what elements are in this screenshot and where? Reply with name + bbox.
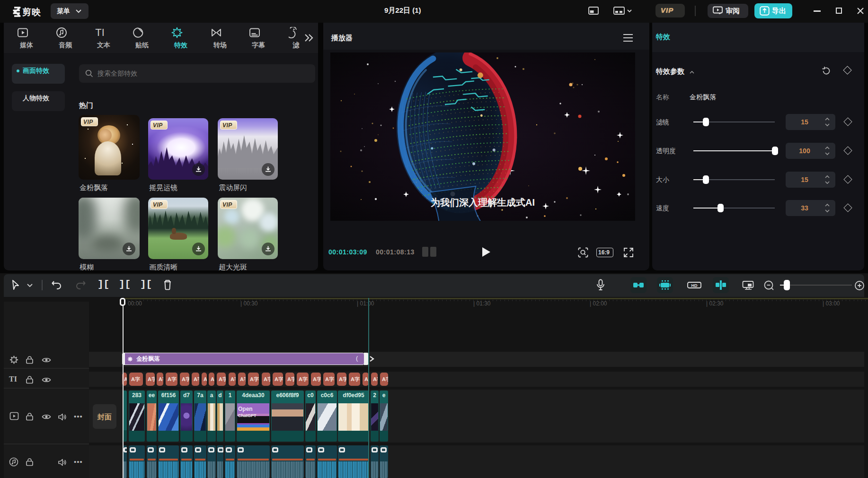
- svg-text:TI: TI: [95, 27, 105, 38]
- svg-text:为我们深入理解生成式AI: 为我们深入理解生成式AI: [431, 197, 535, 208]
- svg-text:HD: HD: [691, 283, 698, 288]
